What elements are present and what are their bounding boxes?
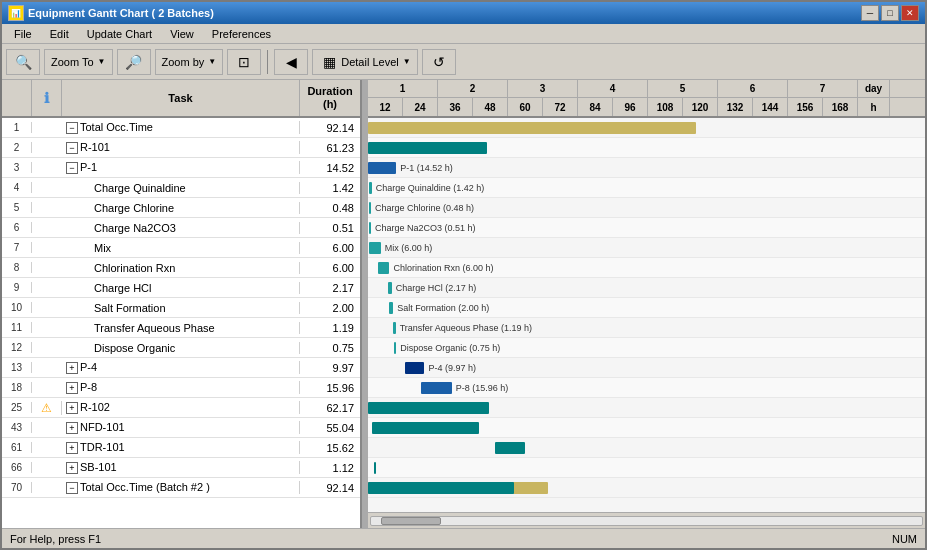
zoom-by-btn[interactable]: Zoom by ▼ <box>155 49 224 75</box>
h-scrollbar[interactable] <box>368 512 925 528</box>
row-number: 7 <box>2 242 32 253</box>
gantt-row: Charge Quinaldine (1.42 h) <box>368 178 925 198</box>
table-row[interactable]: 9Charge HCl2.17 <box>2 278 360 298</box>
table-row[interactable]: 5Charge Chlorine0.48 <box>2 198 360 218</box>
task-label: Charge HCl <box>94 282 151 294</box>
task-cell: Dispose Organic <box>62 342 300 354</box>
duration-cell: 1.42 <box>300 182 360 194</box>
main-window: 📊 Equipment Gantt Chart ( 2 Batches) ─ □… <box>0 0 927 550</box>
detail-icon: ▦ <box>319 52 339 72</box>
gantt-row <box>368 438 925 458</box>
menu-edit[interactable]: Edit <box>42 26 77 42</box>
task-cell: +TDR-101 <box>62 441 300 454</box>
time-sub-label: 168 <box>823 98 858 116</box>
table-row[interactable]: 1−Total Occ.Time92.14 <box>2 118 360 138</box>
gantt-bar: Transfer Aqueous Phase (1.19 h) <box>393 322 395 334</box>
gantt-row: P-8 (15.96 h) <box>368 378 925 398</box>
table-row[interactable]: 7Mix6.00 <box>2 238 360 258</box>
expand-icon[interactable]: + <box>66 442 78 454</box>
gantt-bar: P-1 (14.52 h) <box>368 162 396 174</box>
table-row[interactable]: 43+NFD-10155.04 <box>2 418 360 438</box>
expand-icon[interactable]: + <box>66 422 78 434</box>
menu-view[interactable]: View <box>162 26 202 42</box>
collapse-icon[interactable]: − <box>66 482 78 494</box>
table-row[interactable]: 18+P-815.96 <box>2 378 360 398</box>
zoom-to-icon: 🔍 <box>13 52 33 72</box>
table-row[interactable]: 8Chlorination Rxn6.00 <box>2 258 360 278</box>
separator-1 <box>267 50 268 74</box>
row-number: 11 <box>2 322 32 333</box>
row-number: 5 <box>2 202 32 213</box>
duration-cell: 14.52 <box>300 162 360 174</box>
menu-bar: File Edit Update Chart View Preferences <box>2 24 925 44</box>
close-button[interactable]: ✕ <box>901 5 919 21</box>
table-row[interactable]: 6Charge Na2CO30.51 <box>2 218 360 238</box>
table-row[interactable]: 11Transfer Aqueous Phase1.19 <box>2 318 360 338</box>
time-sub-label: 84 <box>578 98 613 116</box>
zoom-to-icon-btn[interactable]: 🔍 <box>6 49 40 75</box>
menu-update-chart[interactable]: Update Chart <box>79 26 160 42</box>
task-label: Charge Chlorine <box>94 202 174 214</box>
table-row[interactable]: 10Salt Formation2.00 <box>2 298 360 318</box>
collapse-icon[interactable]: − <box>66 142 78 154</box>
time-sub-label: 96 <box>613 98 648 116</box>
collapse-icon[interactable]: − <box>66 122 78 134</box>
table-row[interactable]: 25⚠+R-10262.17 <box>2 398 360 418</box>
collapse-icon[interactable]: − <box>66 162 78 174</box>
task-cell: +R-102 <box>62 401 300 414</box>
duration-cell: 0.48 <box>300 202 360 214</box>
table-body: 1−Total Occ.Time92.142−R-10161.233−P-114… <box>2 118 360 528</box>
task-label: Mix <box>94 242 111 254</box>
gantt-row: P-1 (14.52 h) <box>368 158 925 178</box>
zoom-to-btn[interactable]: Zoom To ▼ <box>44 49 113 75</box>
task-cell: Charge HCl <box>62 282 300 294</box>
minimize-button[interactable]: ─ <box>861 5 879 21</box>
title-bar: 📊 Equipment Gantt Chart ( 2 Batches) ─ □… <box>2 2 925 24</box>
table-row[interactable]: 70−Total Occ.Time (Batch #2 )92.14 <box>2 478 360 498</box>
row-number: 3 <box>2 162 32 173</box>
expand-icon[interactable]: + <box>66 382 78 394</box>
scrollbar-track[interactable] <box>370 516 923 526</box>
table-row[interactable]: 13+P-49.97 <box>2 358 360 378</box>
task-label: Chlorination Rxn <box>94 262 175 274</box>
table-row[interactable]: 3−P-114.52 <box>2 158 360 178</box>
expand-icon[interactable]: + <box>66 402 78 414</box>
task-label: NFD-101 <box>80 421 125 433</box>
gantt-body[interactable]: P-1 (14.52 h)Charge Quinaldine (1.42 h)C… <box>368 118 925 512</box>
prev-btn[interactable]: ◀ <box>274 49 308 75</box>
gantt-time-top: 1234567day <box>368 80 925 98</box>
detail-level-arrow: ▼ <box>403 57 411 66</box>
scrollbar-thumb[interactable] <box>381 517 441 525</box>
row-number: 18 <box>2 382 32 393</box>
duration-cell: 92.14 <box>300 122 360 134</box>
gantt-row: P-4 (9.97 h) <box>368 358 925 378</box>
zoom-magnifier-btn[interactable]: 🔎 <box>117 49 151 75</box>
menu-preferences[interactable]: Preferences <box>204 26 279 42</box>
task-cell: Charge Na2CO3 <box>62 222 300 234</box>
duration-cell: 1.12 <box>300 462 360 474</box>
magnifier-icon: 🔎 <box>124 52 144 72</box>
title-controls: ─ □ ✕ <box>861 5 919 21</box>
expand-icon[interactable]: + <box>66 462 78 474</box>
gantt-row <box>368 138 925 158</box>
table-row[interactable]: 2−R-10161.23 <box>2 138 360 158</box>
status-bar: For Help, press F1 NUM <box>2 528 925 548</box>
time-unit-label: 3 <box>508 80 578 97</box>
menu-file[interactable]: File <box>6 26 40 42</box>
table-row[interactable]: 61+TDR-10115.62 <box>2 438 360 458</box>
table-row[interactable]: 4Charge Quinaldine1.42 <box>2 178 360 198</box>
row-number: 6 <box>2 222 32 233</box>
task-cell: Charge Quinaldine <box>62 182 300 194</box>
maximize-button[interactable]: □ <box>881 5 899 21</box>
table-row[interactable]: 66+SB-1011.12 <box>2 458 360 478</box>
detail-level-btn[interactable]: ▦ Detail Level ▼ <box>312 49 417 75</box>
table-row[interactable]: 12Dispose Organic0.75 <box>2 338 360 358</box>
row-number: 43 <box>2 422 32 433</box>
refresh-btn[interactable]: ↺ <box>422 49 456 75</box>
time-sub-label: 132 <box>718 98 753 116</box>
time-sub-label: 156 <box>788 98 823 116</box>
gantt-bar-label: Dispose Organic (0.75 h) <box>398 343 500 353</box>
select-btn[interactable]: ⊡ <box>227 49 261 75</box>
gantt-bar: P-4 (9.97 h) <box>405 362 424 374</box>
expand-icon[interactable]: + <box>66 362 78 374</box>
